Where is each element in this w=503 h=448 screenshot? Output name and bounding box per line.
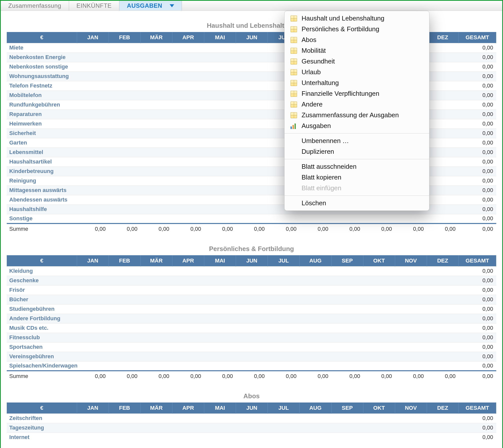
cell[interactable] [268, 352, 300, 361]
cell[interactable] [236, 423, 268, 432]
cell[interactable] [140, 176, 172, 186]
cell[interactable] [300, 361, 331, 371]
cell[interactable] [427, 352, 458, 361]
menu-duplicate[interactable]: Duplizieren [285, 146, 429, 157]
cell[interactable] [427, 138, 458, 148]
cell[interactable] [77, 81, 109, 90]
menu-sheet-item[interactable]: Zusammenfassung der Ausgaben [285, 110, 429, 120]
cell[interactable] [427, 72, 458, 81]
cell[interactable] [204, 72, 236, 81]
cell[interactable] [172, 128, 204, 138]
cell[interactable] [140, 119, 172, 128]
cell[interactable] [268, 295, 300, 304]
cell[interactable] [109, 119, 140, 128]
cell[interactable] [140, 186, 172, 195]
cell[interactable] [236, 414, 268, 423]
cell[interactable] [77, 157, 109, 166]
cell[interactable] [77, 176, 109, 186]
cell[interactable] [427, 295, 458, 304]
row-label[interactable]: Nebenkosten sonstige [7, 62, 77, 72]
cell[interactable] [395, 342, 427, 352]
cell[interactable] [172, 352, 204, 361]
cell[interactable] [427, 333, 458, 342]
menu-rename[interactable]: Umbenennen … [285, 136, 429, 146]
cell[interactable] [140, 314, 172, 323]
cell[interactable] [236, 276, 268, 285]
cell[interactable] [395, 214, 427, 224]
menu-sheet-item[interactable]: Persönliches & Fortbildung [285, 24, 429, 34]
cell[interactable] [77, 52, 109, 62]
cell[interactable] [331, 314, 363, 323]
cell[interactable] [395, 285, 427, 295]
tab-income[interactable]: EINKÜNFTE [69, 1, 120, 10]
cell[interactable] [77, 423, 109, 432]
row-label[interactable]: Sportsachen [7, 342, 77, 352]
cell[interactable] [77, 62, 109, 72]
cell[interactable] [140, 361, 172, 371]
cell[interactable] [395, 314, 427, 323]
cell[interactable] [363, 304, 395, 314]
cell[interactable] [236, 342, 268, 352]
cell[interactable] [109, 52, 140, 62]
cell[interactable] [140, 266, 172, 276]
cell[interactable] [140, 157, 172, 166]
cell[interactable] [172, 342, 204, 352]
cell[interactable] [395, 323, 427, 333]
cell[interactable] [331, 323, 363, 333]
menu-sheet-item[interactable]: Andere [285, 99, 429, 110]
cell[interactable] [172, 72, 204, 81]
cell[interactable] [395, 295, 427, 304]
cell[interactable] [172, 52, 204, 62]
cell[interactable] [77, 333, 109, 342]
cell[interactable] [236, 352, 268, 361]
cell[interactable] [268, 432, 300, 442]
cell[interactable] [204, 43, 236, 52]
cell[interactable] [427, 128, 458, 138]
cell[interactable] [204, 333, 236, 342]
cell[interactable] [77, 285, 109, 295]
cell[interactable] [109, 285, 140, 295]
cell[interactable] [300, 342, 331, 352]
cell[interactable] [109, 342, 140, 352]
cell[interactable] [140, 62, 172, 72]
cell[interactable] [427, 148, 458, 157]
cell[interactable] [140, 138, 172, 148]
cell[interactable] [395, 352, 427, 361]
row-label[interactable]: Mobiltelefon [7, 90, 77, 100]
row-label[interactable]: Reinigung [7, 176, 77, 186]
cell[interactable] [77, 323, 109, 333]
cell[interactable] [109, 295, 140, 304]
cell[interactable] [363, 432, 395, 442]
cell[interactable] [77, 72, 109, 81]
cell[interactable] [77, 166, 109, 176]
cell[interactable] [140, 52, 172, 62]
cell[interactable] [204, 314, 236, 323]
menu-sheet-item[interactable]: Mobilität [285, 45, 429, 56]
cell[interactable] [331, 304, 363, 314]
cell[interactable] [77, 100, 109, 110]
tab-summary[interactable]: Zusammenfassung [1, 1, 69, 10]
cell[interactable] [331, 214, 363, 224]
cell[interactable] [331, 352, 363, 361]
cell[interactable] [109, 110, 140, 119]
cell[interactable] [427, 361, 458, 371]
cell[interactable] [236, 361, 268, 371]
cell[interactable] [427, 176, 458, 186]
cell[interactable] [77, 204, 109, 214]
cell[interactable] [77, 352, 109, 361]
cell[interactable] [236, 304, 268, 314]
cell[interactable] [140, 342, 172, 352]
row-label[interactable]: Tageszeitung [7, 423, 77, 432]
cell[interactable] [140, 90, 172, 100]
cell[interactable] [140, 423, 172, 432]
cell[interactable] [268, 276, 300, 285]
cell[interactable] [236, 314, 268, 323]
cell[interactable] [427, 90, 458, 100]
cell[interactable] [331, 423, 363, 432]
row-label[interactable]: Kleidung [7, 266, 77, 276]
cell[interactable] [140, 72, 172, 81]
menu-sheet-item[interactable]: Unterhaltung [285, 78, 429, 88]
menu-sheet-item[interactable]: Gesundheit [285, 56, 429, 67]
cell[interactable] [395, 333, 427, 342]
row-label[interactable]: Kinderbetreuung [7, 166, 77, 176]
